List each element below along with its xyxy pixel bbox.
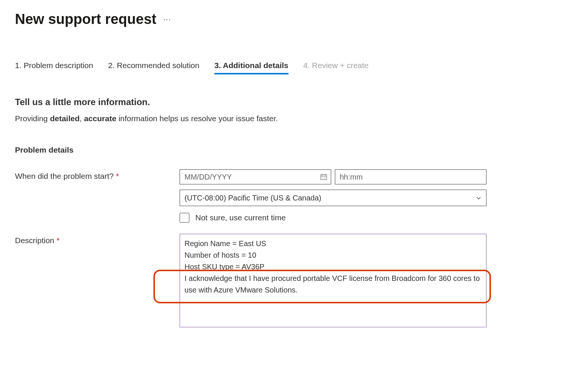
timezone-value: (UTC-08:00) Pacific Time (US & Canada) xyxy=(184,194,321,202)
subtext-sep: , xyxy=(80,114,84,123)
tab-additional-details[interactable]: 3. Additional details xyxy=(214,61,288,74)
notsure-row: Not sure, use current time xyxy=(180,213,486,223)
chevron-down-icon xyxy=(476,195,482,201)
date-placeholder: MM/DD/YYYY xyxy=(184,173,232,181)
notsure-checkbox[interactable] xyxy=(180,213,189,223)
more-icon[interactable]: ··· xyxy=(163,15,171,24)
section-heading: Tell us a little more information. xyxy=(15,97,559,107)
page-title: New support request xyxy=(15,11,156,27)
tab-problem-description[interactable]: 1. Problem description xyxy=(15,61,93,74)
problem-details-heading: Problem details xyxy=(15,146,559,154)
required-indicator: * xyxy=(57,236,59,245)
tabs: 1. Problem description 2. Recommended so… xyxy=(15,61,559,74)
subtext-pre: Providing xyxy=(15,114,50,123)
row-when-start: When did the problem start? * MM/DD/YYYY xyxy=(15,169,559,223)
calendar-icon[interactable] xyxy=(320,174,327,180)
description-input-col: Region Name = East US Number of hosts = … xyxy=(180,234,486,327)
date-time-row: MM/DD/YYYY hh:mm xyxy=(180,169,486,184)
tab-recommended-solution[interactable]: 2. Recommended solution xyxy=(108,61,199,74)
time-placeholder: hh:mm xyxy=(340,173,363,181)
description-textarea[interactable]: Region Name = East US Number of hosts = … xyxy=(180,234,486,327)
label-description: Description * xyxy=(15,234,180,245)
timezone-select[interactable]: (UTC-08:00) Pacific Time (US & Canada) xyxy=(180,190,486,206)
label-description-text: Description xyxy=(15,236,54,245)
subtext-detailed: detailed xyxy=(50,114,79,123)
label-when-start-text: When did the problem start? xyxy=(15,172,114,180)
when-input-col: MM/DD/YYYY hh:mm (UTC-08:00) Pacific xyxy=(180,169,486,223)
section-subtext: Providing detailed, accurate information… xyxy=(15,114,559,123)
time-input[interactable]: hh:mm xyxy=(335,169,486,184)
tab-review-create: 4. Review + create xyxy=(303,61,369,74)
row-description: Description * Region Name = East US Numb… xyxy=(15,234,559,327)
header-row: New support request ··· xyxy=(15,11,559,27)
subtext-accurate: accurate xyxy=(84,114,116,123)
date-input[interactable]: MM/DD/YYYY xyxy=(180,169,331,184)
label-when-start: When did the problem start? * xyxy=(15,169,180,181)
required-indicator: * xyxy=(116,172,119,180)
notsure-label: Not sure, use current time xyxy=(195,213,286,222)
subtext-post: information helps us resolve your issue … xyxy=(116,114,278,123)
